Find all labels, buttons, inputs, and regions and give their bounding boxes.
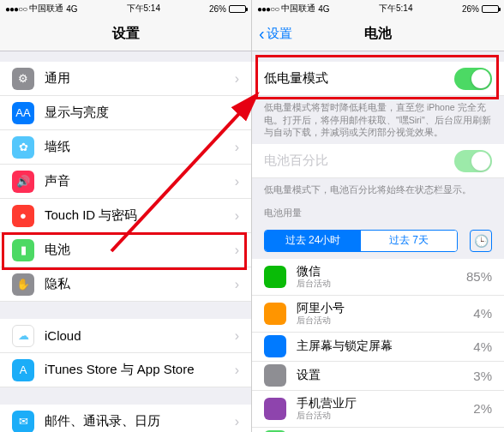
- battery-pct: 26%: [209, 4, 226, 14]
- app-subtitle: 后台活动: [297, 315, 473, 326]
- app-icon: [264, 266, 286, 288]
- row-label: iTunes Store 与 App Store: [45, 362, 235, 378]
- usage-row[interactable]: 阿里小号后台活动4%: [252, 296, 504, 333]
- row-label: 隐私: [45, 276, 235, 292]
- app-name: 手机营业厅: [297, 397, 473, 411]
- row-label: 通用: [45, 70, 235, 87]
- settings-row[interactable]: AA显示与亮度›: [0, 96, 251, 130]
- clock-button[interactable]: 🕒: [470, 230, 492, 252]
- settings-row[interactable]: AiTunes Store 与 App Store›: [0, 353, 251, 387]
- usage-percent: 4%: [473, 306, 492, 321]
- row-icon: ⚙: [12, 68, 34, 90]
- app-icon: [264, 335, 286, 357]
- chevron-right-icon: ›: [235, 363, 239, 378]
- battery-icon: [229, 5, 246, 13]
- signal-dots: ●●●○○: [5, 4, 27, 14]
- chevron-right-icon: ›: [235, 277, 239, 292]
- row-label: Touch ID 与密码: [45, 207, 235, 224]
- time-label: 下午5:14: [127, 3, 160, 15]
- battery-pct-label: 电池百分比: [264, 153, 454, 169]
- row-icon: 🔊: [12, 171, 34, 193]
- clock-icon: 🕒: [474, 234, 489, 248]
- highlight-low-power-row: [255, 55, 499, 99]
- chevron-right-icon: ›: [235, 71, 239, 87]
- battery-pct-description: 低电量模式下，电池百分比将始终在状态栏显示。: [252, 178, 504, 201]
- back-button[interactable]: ‹ 设置: [259, 24, 292, 44]
- network-label: 4G: [66, 4, 77, 14]
- chevron-right-icon: ›: [235, 328, 239, 344]
- chevron-right-icon: ›: [235, 414, 239, 429]
- settings-row[interactable]: ✿墙纸›: [0, 130, 251, 165]
- chevron-right-icon: ›: [235, 208, 239, 224]
- status-bar: ●●●○○ 中国联通 4G 下午5:14 26%: [0, 0, 251, 17]
- battery-pct: 26%: [462, 4, 479, 14]
- row-label: iCloud: [45, 328, 235, 343]
- seg-24h[interactable]: 过去 24小时: [265, 231, 361, 251]
- battery-icon: [482, 5, 499, 13]
- settings-row[interactable]: ⚙通用›: [0, 62, 251, 96]
- settings-row[interactable]: ✉邮件、通讯录、日历›: [0, 405, 251, 432]
- app-name: 设置: [297, 369, 473, 382]
- row-icon: A: [12, 359, 34, 381]
- seg-7d[interactable]: 过去 7天: [361, 231, 457, 251]
- usage-row[interactable]: 信息2%: [252, 428, 504, 432]
- row-icon: AA: [12, 102, 34, 124]
- carrier-label: 中国联通: [29, 3, 63, 15]
- app-icon: [264, 364, 286, 387]
- page-title: 电池: [364, 25, 392, 43]
- status-bar: ●●●○○ 中国联通 4G 下午5:14 26%: [252, 0, 504, 17]
- settings-row[interactable]: ●Touch ID 与密码›: [0, 199, 251, 233]
- nav-bar: ‹ 设置 电池: [252, 17, 504, 51]
- page-title: 设置: [112, 25, 140, 43]
- nav-bar: 设置: [0, 17, 251, 51]
- chevron-right-icon: ›: [235, 140, 239, 155]
- signal-dots: ●●●○○: [257, 4, 279, 14]
- app-name: 主屏幕与锁定屏幕: [297, 339, 473, 353]
- back-label: 设置: [267, 26, 292, 42]
- usage-percent: 85%: [466, 269, 492, 284]
- highlight-battery-row: [2, 232, 247, 270]
- usage-percent: 2%: [473, 401, 492, 416]
- row-label: 声音: [45, 173, 235, 189]
- time-label: 下午5:14: [379, 3, 412, 15]
- settings-row[interactable]: 🔊声音›: [0, 165, 251, 199]
- usage-row[interactable]: 微信后台活动85%: [252, 259, 504, 296]
- network-label: 4G: [318, 4, 329, 14]
- settings-row[interactable]: ☁iCloud›: [0, 319, 251, 353]
- usage-section-label: 电池用量: [252, 201, 504, 223]
- row-icon: ✿: [12, 136, 34, 159]
- row-icon: ✋: [12, 273, 34, 296]
- battery-pct-toggle[interactable]: [454, 150, 492, 172]
- app-name: 阿里小号: [297, 302, 473, 315]
- usage-percent: 4%: [473, 339, 492, 354]
- app-icon: [264, 398, 286, 420]
- row-icon: ✉: [12, 411, 34, 433]
- usage-row[interactable]: 手机营业厅后台活动2%: [252, 391, 504, 428]
- usage-row[interactable]: 设置3%: [252, 362, 504, 391]
- app-subtitle: 后台活动: [297, 411, 473, 421]
- usage-row[interactable]: 主屏幕与锁定屏幕4%: [252, 333, 504, 362]
- app-icon: [264, 303, 286, 325]
- row-label: 墙纸: [45, 139, 235, 155]
- row-icon: ●: [12, 205, 34, 227]
- settings-row[interactable]: ✋隐私›: [0, 267, 251, 302]
- time-range-segmented[interactable]: 过去 24小时 过去 7天: [264, 230, 458, 252]
- chevron-left-icon: ‹: [259, 24, 265, 44]
- row-label: 邮件、通讯录、日历: [45, 413, 235, 429]
- low-power-description: 低电量模式将暂时降低耗电量，直至您 iPhone 完全充电。打开后，将停用邮件获…: [252, 96, 504, 144]
- settings-screen: ●●●○○ 中国联通 4G 下午5:14 26% 设置 ⚙通用›AA显示与亮度›…: [0, 0, 252, 432]
- chevron-right-icon: ›: [235, 174, 239, 189]
- chevron-right-icon: ›: [235, 105, 239, 121]
- battery-screen: ●●●○○ 中国联通 4G 下午5:14 26% ‹ 设置 电池 低电量模式 低…: [252, 0, 504, 432]
- app-subtitle: 后台活动: [297, 279, 466, 289]
- row-icon: ☁: [12, 325, 34, 347]
- battery-percentage-row: 电池百分比: [252, 144, 504, 178]
- usage-percent: 3%: [473, 369, 492, 383]
- row-label: 显示与亮度: [45, 105, 235, 121]
- carrier-label: 中国联通: [281, 3, 315, 15]
- app-name: 微信: [297, 265, 466, 279]
